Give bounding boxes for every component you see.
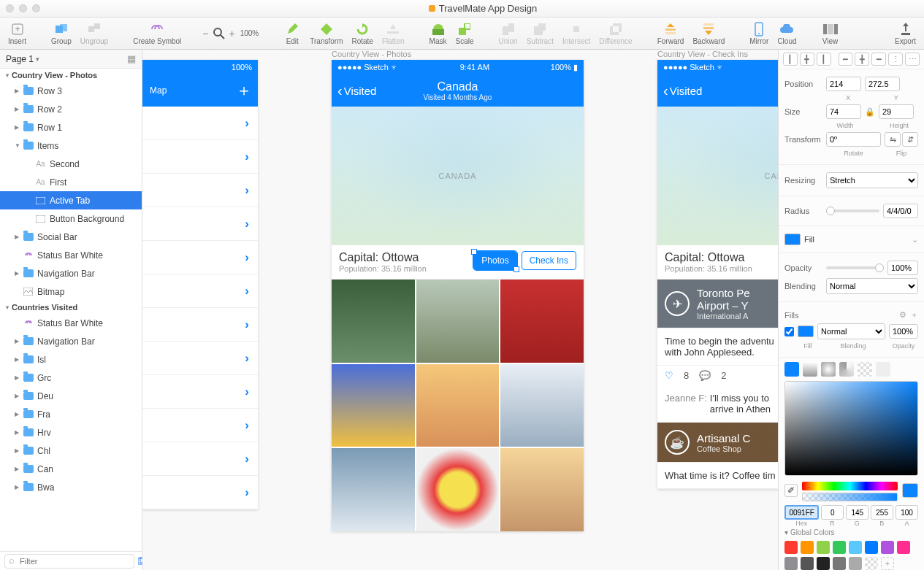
chevron-down-icon[interactable]: ⌄ xyxy=(912,235,918,244)
mirror-button[interactable]: Mirror xyxy=(746,22,772,45)
layer-country-folder[interactable]: ▶Can xyxy=(0,460,142,478)
distribute-h-button[interactable]: ⋮ xyxy=(888,53,903,66)
fill-blend-select[interactable]: Normal xyxy=(817,323,885,339)
filter-input[interactable] xyxy=(4,554,134,569)
flip-v-button[interactable]: ⇵ xyxy=(902,132,918,147)
flatten-button[interactable]: Flatten xyxy=(378,22,408,45)
view-button[interactable]: View xyxy=(818,22,843,45)
layer-country-folder[interactable]: ▶Hrv xyxy=(0,423,142,442)
edit-button[interactable]: Edit xyxy=(280,22,305,45)
align-right-button[interactable]: ┃ xyxy=(817,53,831,66)
fill-type-pattern[interactable] xyxy=(858,362,872,377)
create-symbol-button[interactable]: Create Symbol xyxy=(129,22,185,45)
artboard-country-checkins[interactable]: ●●●●● Sketch ᯤ ‹Visited C CANADA Capital… xyxy=(657,60,778,489)
layer-country-folder[interactable]: ▶Chl xyxy=(0,442,142,460)
color-swatch[interactable] xyxy=(849,541,862,554)
artboard-country-photos[interactable]: ●●●●● Sketch ᯤ 9:41 AM 100% ▮ ‹Visited C… xyxy=(332,60,584,531)
g-input[interactable] xyxy=(846,505,868,520)
position-y-input[interactable] xyxy=(865,77,900,91)
artboard-label[interactable]: Country View - Photos xyxy=(332,50,411,58)
color-swatch[interactable] xyxy=(801,557,814,570)
minimize-window-icon[interactable] xyxy=(19,4,27,12)
color-swatch[interactable] xyxy=(833,541,846,554)
align-center-h-button[interactable]: ╋ xyxy=(800,53,814,66)
transform-button[interactable]: Transform xyxy=(306,22,346,45)
hex-input[interactable] xyxy=(784,505,819,520)
artboard-label[interactable]: Country View - Check Ins xyxy=(657,50,748,58)
layer-country-folder[interactable]: ▶Bwa xyxy=(0,478,142,496)
layer-navbar-2[interactable]: ▶Navigation Bar xyxy=(0,332,142,350)
export-button[interactable]: Export xyxy=(891,22,920,45)
difference-button[interactable]: Difference xyxy=(595,22,635,45)
mask-button[interactable]: Mask xyxy=(426,22,451,45)
layer-row-folder[interactable]: ▶Row 2 xyxy=(0,100,142,118)
close-window-icon[interactable] xyxy=(6,4,14,12)
align-bottom-button[interactable]: ━ xyxy=(871,53,886,66)
color-swatch[interactable] xyxy=(881,541,894,554)
opacity-slider[interactable] xyxy=(826,266,884,269)
page-selector[interactable]: Page 1▾ ▦ xyxy=(0,50,142,69)
layer-status-white[interactable]: ▶Status Bar White xyxy=(0,246,142,264)
color-swatch[interactable] xyxy=(865,541,878,554)
color-swatch[interactable] xyxy=(784,541,798,554)
flip-h-button[interactable]: ⇋ xyxy=(885,132,901,147)
layer-active-tab[interactable]: Active Tab xyxy=(0,191,142,209)
artboard-header-2[interactable]: ▼Countries Visited xyxy=(0,301,142,314)
layer-country-folder[interactable]: ▶Grc xyxy=(0,369,142,387)
tab-photos[interactable]: Photos xyxy=(473,251,516,270)
r-input[interactable] xyxy=(821,505,844,520)
forward-button[interactable]: Forward xyxy=(654,22,688,45)
hue-slider[interactable] xyxy=(802,482,898,490)
ungroup-button[interactable]: Ungroup xyxy=(77,22,112,45)
color-field[interactable] xyxy=(784,381,918,476)
align-top-button[interactable]: ━ xyxy=(839,53,853,66)
color-swatch[interactable] xyxy=(784,557,798,570)
color-swatch[interactable] xyxy=(833,557,846,570)
eyedropper-button[interactable]: ✐ xyxy=(784,484,798,497)
radius-input[interactable] xyxy=(883,204,918,218)
position-x-input[interactable] xyxy=(826,77,861,91)
layer-country-folder[interactable]: ▶Deu xyxy=(0,387,142,405)
group-button[interactable]: Group xyxy=(47,22,75,45)
b-input[interactable] xyxy=(871,505,893,520)
color-swatch[interactable] xyxy=(817,557,830,570)
union-button[interactable]: Union xyxy=(495,22,522,45)
insert-button[interactable]: +Insert xyxy=(4,22,30,45)
color-swatch[interactable] xyxy=(849,557,862,570)
pages-toggle-icon[interactable]: ▦ xyxy=(127,53,136,64)
align-left-button[interactable]: ┃ xyxy=(783,53,798,66)
layer-row-folder[interactable]: ▶Row 3 xyxy=(0,82,142,100)
resizing-select[interactable]: Stretch xyxy=(826,172,918,188)
opacity-input[interactable] xyxy=(887,261,918,275)
align-center-v-button[interactable]: ╋ xyxy=(855,53,869,66)
plus-icon[interactable]: ＋ xyxy=(910,309,918,320)
fill-enable-checkbox[interactable] xyxy=(784,327,794,336)
layer-btn-bg[interactable]: Button Background xyxy=(0,209,142,228)
fill-type-noise[interactable] xyxy=(876,362,890,377)
blending-select[interactable]: Normal xyxy=(826,278,918,294)
layer-navbar[interactable]: ▶Navigation Bar xyxy=(0,264,142,282)
canvas[interactable]: 100% xMap＋ ››› ››› ››› ››› Country View … xyxy=(142,50,778,570)
artboard-header[interactable]: ▼Country View - Photos xyxy=(0,69,142,82)
backward-button[interactable]: Backward xyxy=(689,22,728,45)
cloud-button[interactable]: Cloud xyxy=(774,22,800,45)
subtract-button[interactable]: Subtract xyxy=(523,22,557,45)
scale-button[interactable]: Scale xyxy=(452,22,478,45)
color-swatch[interactable] xyxy=(817,541,830,554)
radius-slider[interactable] xyxy=(826,209,879,212)
layer-status-white-2[interactable]: ▶Status Bar White xyxy=(0,314,142,332)
artboard-countries-visited[interactable]: 100% xMap＋ ››› ››› ››› ››› xyxy=(142,60,258,509)
color-swatch[interactable] xyxy=(897,541,910,554)
layer-first[interactable]: AaFirst xyxy=(0,173,142,191)
lock-icon[interactable]: 🔒 xyxy=(865,107,875,117)
add-color-button[interactable]: + xyxy=(881,557,894,570)
fill-type-radial[interactable] xyxy=(821,362,836,377)
layer-row-folder[interactable]: ▶Row 1 xyxy=(0,118,142,136)
distribute-v-button[interactable]: ⋯ xyxy=(905,53,920,66)
layer-bitmap[interactable]: ▶Bitmap xyxy=(0,282,142,301)
global-colors-header[interactable]: ▾Global Colors xyxy=(784,527,918,538)
layer-items[interactable]: ▼Items xyxy=(0,136,142,155)
gear-icon[interactable]: ⚙ xyxy=(899,310,906,320)
zoom-control[interactable]: − + xyxy=(202,26,234,41)
layer-country-folder[interactable]: ▶Fra xyxy=(0,405,142,423)
